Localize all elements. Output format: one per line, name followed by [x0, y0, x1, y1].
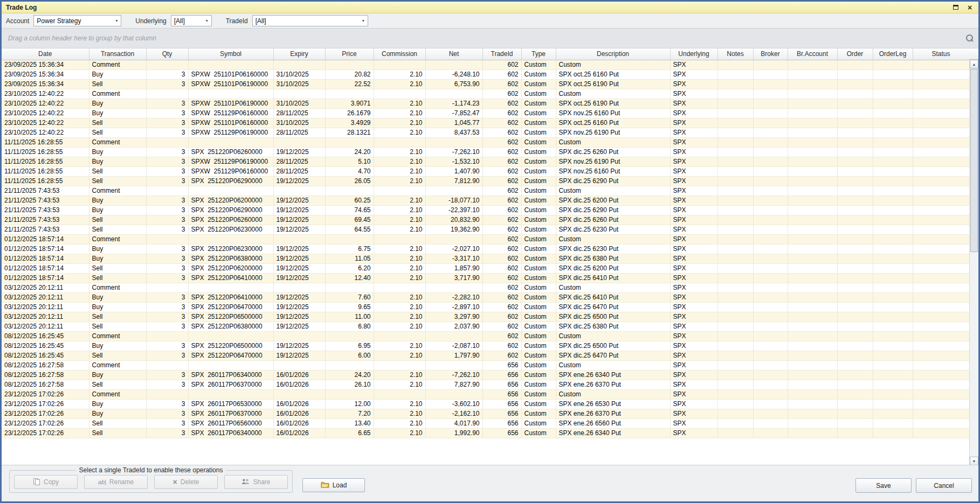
cell-notes[interactable]: [717, 234, 753, 244]
cell-commission[interactable]: 2.10: [374, 322, 425, 331]
cell-symbol[interactable]: SPX 251220P06290000: [188, 205, 273, 215]
cell-symbol[interactable]: SPX 251220P06230000: [188, 244, 273, 254]
table-row[interactable]: 21/11/2025 7:43:53Buy3SPX 251220P0629000…: [2, 205, 969, 215]
cell-orderleg[interactable]: [873, 360, 913, 370]
table-row[interactable]: 23/10/2025 12:40:22Sell3SPXW 251129P0619…: [2, 128, 969, 137]
cell-tradeid[interactable]: 602: [482, 205, 521, 215]
cell-description[interactable]: SPX nov.25 6190 Put: [556, 157, 670, 166]
cell-orderleg[interactable]: [873, 108, 913, 118]
cell-net[interactable]: 3,297.90: [425, 312, 482, 322]
cell-commission[interactable]: [374, 360, 425, 370]
load-button[interactable]: Load: [302, 478, 365, 492]
cell-price[interactable]: 12.40: [325, 273, 374, 283]
cell-date[interactable]: 23/12/2025 17:02:26: [2, 399, 89, 409]
cell-transaction[interactable]: Comment: [89, 89, 146, 99]
cell-commission[interactable]: 2.10: [374, 225, 425, 234]
cell-orderleg[interactable]: [873, 89, 913, 99]
column-header-net[interactable]: Net: [425, 48, 482, 60]
cell-broker[interactable]: [753, 205, 788, 215]
cell-qty[interactable]: 3: [146, 118, 188, 128]
cell-qty[interactable]: 3: [146, 380, 188, 389]
cell-underlying[interactable]: SPX: [670, 273, 717, 283]
cell-status[interactable]: [913, 292, 969, 302]
cell-type[interactable]: Custom: [521, 312, 556, 322]
cell-date[interactable]: 03/12/2025 20:12:11: [2, 292, 89, 302]
cell-type[interactable]: Custom: [521, 147, 556, 157]
cell-expiry[interactable]: 19/12/2025: [273, 205, 325, 215]
cell-underlying[interactable]: SPX: [670, 225, 717, 234]
cell-type[interactable]: Custom: [521, 99, 556, 108]
table-row[interactable]: 08/12/2025 16:27:58Buy3SPX 260117P063400…: [2, 370, 969, 380]
cell-description[interactable]: SPX ene.26 6340 Put: [556, 370, 670, 380]
cell-transaction[interactable]: Buy: [89, 69, 146, 79]
cell-tradeid[interactable]: 602: [482, 244, 521, 254]
cell-commission[interactable]: 2.10: [374, 215, 425, 225]
cell-orderleg[interactable]: [873, 205, 913, 215]
cell-broker[interactable]: [753, 166, 788, 176]
cell-qty[interactable]: 3: [146, 215, 188, 225]
cell-symbol[interactable]: [188, 234, 273, 244]
cell-date[interactable]: 11/11/2025 16:28:55: [2, 176, 89, 186]
close-button[interactable]: ×: [965, 3, 974, 11]
scroll-up-button[interactable]: ▲: [970, 60, 978, 68]
cell-net[interactable]: 19,362.90: [425, 225, 482, 234]
cell-symbol[interactable]: SPXW 251129P06160000: [188, 108, 273, 118]
table-row[interactable]: 21/11/2025 7:43:53Comment602CustomCustom…: [2, 186, 969, 195]
cell-symbol[interactable]: SPX 251220P06470000: [188, 302, 273, 312]
cell-net[interactable]: -2,027.10: [425, 244, 482, 254]
cell-order[interactable]: [837, 60, 873, 69]
cell-type[interactable]: Custom: [521, 341, 556, 351]
cell-commission[interactable]: 2.10: [374, 380, 425, 389]
cell-net[interactable]: -22,397.10: [425, 205, 482, 215]
column-header-price[interactable]: Price: [325, 48, 374, 60]
cell-date[interactable]: 11/11/2025 16:28:55: [2, 147, 89, 157]
delete-button[interactable]: ×Delete: [154, 475, 218, 489]
cell-transaction[interactable]: Sell: [89, 225, 146, 234]
cell-notes[interactable]: [717, 389, 753, 399]
cell-description[interactable]: SPX nov.25 6190 Put: [556, 128, 670, 137]
cell-expiry[interactable]: [273, 137, 325, 147]
cell-net[interactable]: [425, 89, 482, 99]
cell-status[interactable]: [913, 234, 969, 244]
cell-expiry[interactable]: [273, 186, 325, 195]
cell-commission[interactable]: 2.10: [374, 428, 425, 438]
cell-expiry[interactable]: 28/11/2025: [273, 157, 325, 166]
cell-transaction[interactable]: Buy: [89, 370, 146, 380]
cell-status[interactable]: [913, 69, 969, 79]
cell-order[interactable]: [837, 108, 873, 118]
cell-expiry[interactable]: [273, 331, 325, 341]
cell-notes[interactable]: [717, 205, 753, 215]
cell-commission[interactable]: [374, 60, 425, 69]
table-row[interactable]: 23/12/2025 17:02:26Sell3SPX 260117P06560…: [2, 418, 969, 428]
cell-expiry[interactable]: 31/10/2025: [273, 69, 325, 79]
cell-order[interactable]: [837, 409, 873, 418]
cell-order[interactable]: [837, 341, 873, 351]
cell-order[interactable]: [837, 273, 873, 283]
table-row[interactable]: 23/12/2025 17:02:26Buy3SPX 260117P065300…: [2, 399, 969, 409]
table-row[interactable]: 11/11/2025 16:28:55Buy3SPXW 251129P06190…: [2, 157, 969, 166]
cell-type[interactable]: Custom: [521, 302, 556, 312]
cell-orderleg[interactable]: [873, 157, 913, 166]
cell-price[interactable]: 64.55: [325, 225, 374, 234]
cell-commission[interactable]: 2.10: [374, 69, 425, 79]
cell-notes[interactable]: [717, 166, 753, 176]
account-select[interactable]: Power Strategy ▼: [33, 15, 121, 26]
cell-braccount[interactable]: [788, 128, 837, 137]
cell-price[interactable]: [325, 89, 374, 99]
cell-expiry[interactable]: 28/11/2025: [273, 108, 325, 118]
cell-braccount[interactable]: [788, 79, 837, 89]
cell-commission[interactable]: 2.10: [374, 399, 425, 409]
cell-symbol[interactable]: [188, 60, 273, 69]
cell-type[interactable]: Custom: [521, 69, 556, 79]
cell-commission[interactable]: 2.10: [374, 79, 425, 89]
cell-commission[interactable]: [374, 89, 425, 99]
cell-description[interactable]: SPX ene.26 6370 Put: [556, 409, 670, 418]
cell-broker[interactable]: [753, 89, 788, 99]
cell-broker[interactable]: [753, 283, 788, 292]
cell-description[interactable]: SPX ene.26 6530 Put: [556, 399, 670, 409]
cell-orderleg[interactable]: [873, 166, 913, 176]
cell-date[interactable]: 23/12/2025 17:02:26: [2, 428, 89, 438]
cell-type[interactable]: Custom: [521, 195, 556, 205]
cell-transaction[interactable]: Buy: [89, 409, 146, 418]
cell-net[interactable]: 1,857.90: [425, 263, 482, 273]
